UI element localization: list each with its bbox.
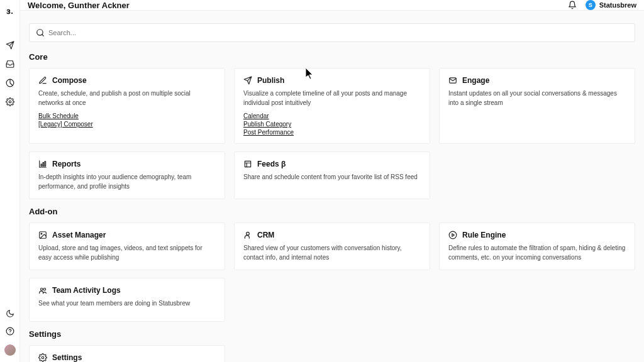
card-desc: See what your team members are doing in … <box>38 299 216 308</box>
card-desc: Upload, store and tag images, videos, an… <box>38 243 216 262</box>
svg-point-13 <box>41 233 42 234</box>
card-desc: In-depth insights into your audience dem… <box>38 172 216 191</box>
svg-point-17 <box>41 288 43 291</box>
crm-icon <box>243 231 252 239</box>
card-asset-manager[interactable]: Asset Manager Upload, store and tag imag… <box>29 222 225 270</box>
card-desc: Instant updates on all your social conve… <box>448 89 626 107</box>
card-desc: Visualize a complete timeline of all you… <box>243 89 421 107</box>
search-bar[interactable] <box>29 23 635 42</box>
link-publish-category[interactable]: Publish Category <box>243 121 421 128</box>
svg-rect-9 <box>45 162 46 167</box>
section-title-settings: Settings <box>29 329 635 339</box>
help-icon[interactable] <box>6 327 14 336</box>
link-bulk-schedule[interactable]: Bulk Schedule <box>38 112 216 119</box>
svg-point-14 <box>247 232 250 235</box>
card-title: Engage <box>462 76 489 85</box>
logo[interactable]: ɜ. <box>6 6 13 16</box>
card-reports[interactable]: Reports In-depth insights into your audi… <box>29 151 225 199</box>
link-calendar[interactable]: Calendar <box>243 112 421 119</box>
card-feeds[interactable]: Feeds β Share and schedule content from … <box>234 151 430 199</box>
link-legacy-composer[interactable]: [Legacy] Composer <box>38 121 216 128</box>
svg-marker-16 <box>452 234 455 237</box>
svg-point-15 <box>449 231 457 239</box>
section-title-core: Core <box>29 52 635 62</box>
card-title: Feeds β <box>257 160 286 168</box>
card-title: Compose <box>52 76 87 85</box>
engage-icon <box>448 76 457 85</box>
publish-icon <box>243 76 252 85</box>
section-title-addon: Add-on <box>29 207 635 216</box>
send-icon[interactable] <box>6 41 14 50</box>
svg-point-1 <box>9 101 11 103</box>
card-compose[interactable]: Compose Create, schedule, and publish a … <box>29 68 225 144</box>
svg-line-5 <box>42 35 44 36</box>
card-desc: Shared view of your customers with conve… <box>243 243 421 262</box>
link-post-performance[interactable]: Post Performance <box>243 129 421 136</box>
card-desc: Share and schedule content from your fav… <box>243 172 421 182</box>
card-team-activity[interactable]: Team Activity Logs See what your team me… <box>29 278 225 322</box>
inbox-icon[interactable] <box>6 60 14 69</box>
svg-rect-7 <box>41 164 42 167</box>
org-switcher[interactable]: S Statusbrew <box>586 0 636 10</box>
card-title: Team Activity Logs <box>52 286 121 295</box>
card-settings[interactable]: Settings Manage all your organization's … <box>29 345 225 362</box>
moon-icon[interactable] <box>6 309 14 318</box>
feeds-icon <box>243 160 252 168</box>
org-avatar: S <box>586 0 596 10</box>
svg-point-19 <box>42 356 44 359</box>
sidebar: ɜ. <box>0 0 20 362</box>
search-icon <box>36 28 45 37</box>
card-rule-engine[interactable]: Rule Engine Define rules to automate the… <box>439 222 635 270</box>
rule-icon <box>448 231 457 239</box>
org-name: Statusbrew <box>599 1 636 9</box>
card-title: Asset Manager <box>52 231 106 239</box>
card-crm[interactable]: CRM Shared view of your customers with c… <box>234 222 430 270</box>
page-title: Welcome, Gunther Ackner <box>28 1 130 10</box>
card-title: Settings <box>52 353 82 362</box>
card-desc: Define rules to automate the filtration … <box>448 243 626 262</box>
compose-icon <box>38 76 47 85</box>
card-title: Rule Engine <box>462 231 506 239</box>
card-desc: Create, schedule, and publish a post on … <box>38 89 216 107</box>
topbar: Welcome, Gunther Ackner S Statusbrew <box>20 0 644 11</box>
card-title: CRM <box>257 231 274 239</box>
asset-icon <box>38 231 47 239</box>
search-input[interactable] <box>48 29 628 36</box>
settings-icon <box>38 353 47 362</box>
svg-point-18 <box>43 288 46 291</box>
card-engage[interactable]: Engage Instant updates on all your socia… <box>439 68 635 144</box>
card-publish[interactable]: Publish Visualize a complete timeline of… <box>234 68 430 144</box>
card-title: Reports <box>52 160 80 168</box>
gear-icon[interactable] <box>6 97 14 106</box>
chart-icon[interactable] <box>6 79 14 87</box>
svg-rect-8 <box>43 163 44 167</box>
card-title: Publish <box>257 76 284 85</box>
bell-icon[interactable] <box>568 1 577 9</box>
reports-icon <box>38 160 47 168</box>
user-avatar[interactable] <box>4 344 16 356</box>
team-icon <box>38 286 47 295</box>
